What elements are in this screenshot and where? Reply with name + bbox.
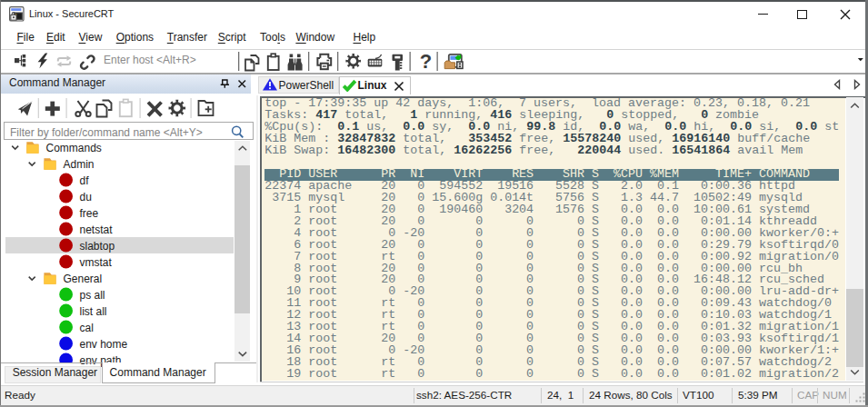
svg-text:?: ? [420, 50, 432, 73]
